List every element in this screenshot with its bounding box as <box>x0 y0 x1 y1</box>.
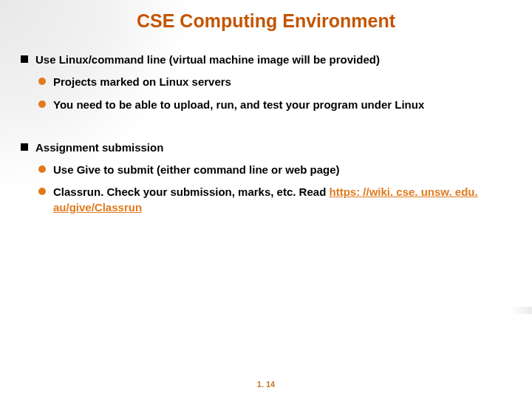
bullet-classrun: Classrun. Check your submission, marks, … <box>38 185 511 215</box>
bullet-linux-heading: Use Linux/command line (virtual machine … <box>21 52 511 67</box>
bullet-projects-marked: Projects marked on Linux servers <box>38 75 511 89</box>
page-number: 1. 14 <box>0 380 532 389</box>
bullet-assignment-heading: Assignment submission <box>21 140 511 155</box>
slide-title: CSE Computing Environment <box>21 10 511 32</box>
bullet-use-give: Use Give to submit (either command line … <box>38 163 511 177</box>
classrun-text: Classrun. Check your submission, marks, … <box>53 185 329 198</box>
slide-body: CSE Computing Environment Use Linux/comm… <box>0 0 532 399</box>
bullet-upload-run-test: You need to be able to upload, run, and … <box>38 98 511 112</box>
